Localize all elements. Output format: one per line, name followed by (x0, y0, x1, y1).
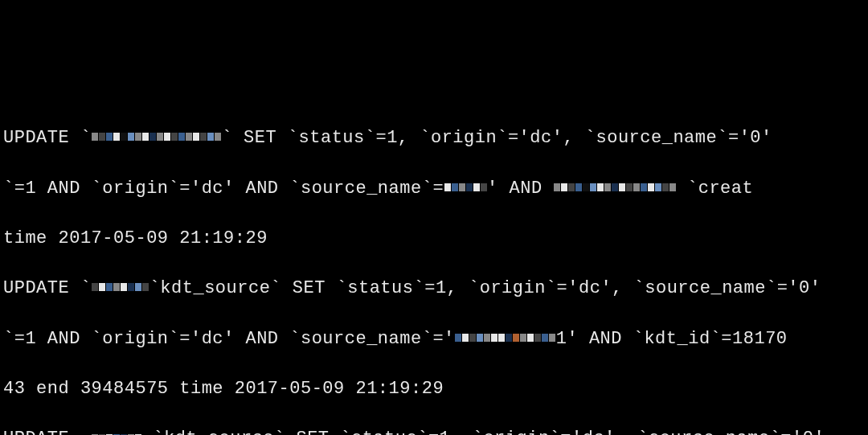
log-line: UPDATE ``kdt_source` SET `status`=1, `or… (3, 276, 865, 302)
redacted-value (455, 326, 556, 351)
log-line: time 2017-05-09 21:19:29 (3, 227, 865, 252)
sql-text: `creat (676, 179, 753, 199)
log-line: `=1 AND `origin`='dc' AND `source_name`=… (3, 176, 865, 202)
log-line: UPDATE .`kdt_source` SET `status`=1, `or… (3, 426, 865, 435)
sql-text: UPDATE (3, 429, 92, 435)
sql-text: UPDATE ` (3, 128, 92, 148)
sql-text: 1' AND `kdt_id`=18170 (556, 329, 788, 349)
redacted-db-name (92, 426, 142, 435)
sql-text: `kdt_source` SET `status`=1, `origin`='d… (149, 278, 821, 298)
sql-text: .`kdt_source` SET `status`=1, `origin`='… (142, 429, 825, 435)
redacted-condition (553, 176, 676, 201)
terminal-output: UPDATE `` SET `status`=1, `origin`='dc',… (3, 101, 865, 435)
log-line: 43 end 39484575 time 2017-05-09 21:19:29 (3, 377, 865, 402)
timestamp-text: 43 end 39484575 time 2017-05-09 21:19:29 (3, 379, 444, 399)
sql-text: `=1 AND `origin`='dc' AND `source_name`= (3, 179, 444, 199)
redacted-db-name (92, 125, 222, 150)
log-line: `=1 AND `origin`='dc' AND `source_name`=… (3, 326, 865, 352)
timestamp-text: time 2017-05-09 21:19:29 (3, 228, 268, 248)
sql-text: ` SET `status`=1, `origin`='dc', `source… (222, 128, 772, 148)
sql-text: ' AND (487, 179, 553, 199)
log-line: UPDATE `` SET `status`=1, `origin`='dc',… (3, 125, 865, 151)
redacted-db-name (92, 276, 149, 301)
sql-text: `=1 AND `origin`='dc' AND `source_name`=… (3, 329, 455, 349)
redacted-value (444, 176, 487, 201)
sql-text: UPDATE ` (3, 278, 92, 298)
